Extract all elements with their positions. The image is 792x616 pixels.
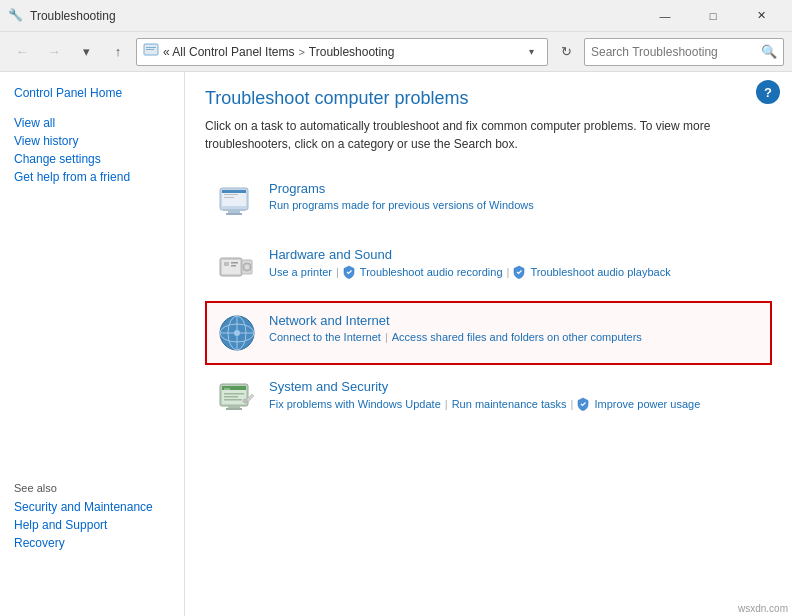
system-windows-update-link[interactable]: Fix problems with Windows Update — [269, 398, 441, 410]
maximize-button[interactable]: □ — [690, 0, 736, 32]
sidebar-help-support[interactable]: Help and Support — [0, 516, 184, 534]
category-system[interactable]: System and Security Fix problems with Wi… — [205, 367, 772, 431]
system-power-link[interactable]: Improve power usage — [594, 398, 700, 410]
search-bar: 🔍 — [584, 38, 784, 66]
svg-rect-13 — [224, 262, 229, 266]
sidebar-security-maintenance[interactable]: Security and Maintenance — [0, 498, 184, 516]
window-icon: 🔧 — [8, 8, 24, 24]
system-maintenance-link[interactable]: Run maintenance tasks — [452, 398, 567, 410]
shield-power-icon — [577, 397, 590, 411]
svg-rect-10 — [224, 197, 234, 198]
svg-rect-6 — [223, 209, 245, 211]
hardware-links: Use a printer | Troubleshoot audio recor… — [269, 265, 760, 279]
programs-links: Run programs made for previous versions … — [269, 199, 760, 211]
svg-rect-1 — [146, 47, 156, 48]
main-container: Control Panel Home View all View history… — [0, 72, 792, 616]
hardware-info: Hardware and Sound Use a printer | Troub… — [269, 247, 760, 279]
sidebar-view-all[interactable]: View all — [0, 114, 184, 132]
title-bar-controls: — □ ✕ — [642, 0, 784, 32]
address-bar[interactable]: « All Control Panel Items > Troubleshoot… — [136, 38, 548, 66]
sidebar-change-settings[interactable]: Change settings — [0, 150, 184, 168]
network-icon — [217, 313, 257, 353]
hardware-icon — [217, 247, 257, 287]
search-input[interactable] — [585, 45, 755, 59]
sidebar-get-help[interactable]: Get help from a friend — [0, 168, 184, 186]
hardware-audio-playback-link[interactable]: Troubleshoot audio playback — [530, 266, 670, 278]
address-icon — [143, 42, 159, 61]
sidebar-view-history[interactable]: View history — [0, 132, 184, 150]
minimize-button[interactable]: — — [642, 0, 688, 32]
page-description: Click on a task to automatically trouble… — [205, 117, 772, 153]
category-hardware[interactable]: Hardware and Sound Use a printer | Troub… — [205, 235, 772, 299]
svg-rect-8 — [226, 213, 242, 215]
search-icon[interactable]: 🔍 — [755, 39, 783, 65]
page-title: Troubleshoot computer problems — [205, 88, 772, 109]
hardware-audio-recording-link[interactable]: Troubleshoot audio recording — [360, 266, 503, 278]
network-info: Network and Internet Connect to the Inte… — [269, 313, 760, 343]
nav-bar: ← → ▾ ↑ « All Control Panel Items > Trou… — [0, 32, 792, 72]
breadcrumb-separator: > — [298, 46, 304, 58]
recent-pages-button[interactable]: ▾ — [72, 38, 100, 66]
category-network[interactable]: Network and Internet Connect to the Inte… — [205, 301, 772, 365]
system-info: System and Security Fix problems with Wi… — [269, 379, 760, 411]
svg-rect-15 — [231, 265, 236, 267]
network-connect-link[interactable]: Connect to the Internet — [269, 331, 381, 343]
sidebar: Control Panel Home View all View history… — [0, 72, 185, 616]
network-links: Connect to the Internet | Access shared … — [269, 331, 760, 343]
see-also-title: See also — [0, 466, 184, 498]
sidebar-recovery[interactable]: Recovery — [0, 534, 184, 552]
close-button[interactable]: ✕ — [738, 0, 784, 32]
svg-rect-29 — [224, 393, 244, 395]
help-button[interactable]: ? — [756, 80, 780, 104]
svg-rect-7 — [228, 211, 240, 213]
hardware-printer-link[interactable]: Use a printer — [269, 266, 332, 278]
system-name[interactable]: System and Security — [269, 379, 760, 394]
programs-run-link[interactable]: Run programs made for previous versions … — [269, 199, 534, 211]
svg-point-34 — [243, 399, 247, 403]
category-programs[interactable]: Programs Run programs made for previous … — [205, 169, 772, 233]
back-button[interactable]: ← — [8, 38, 36, 66]
programs-icon — [217, 181, 257, 221]
content-area: ? Troubleshoot computer problems Click o… — [185, 72, 792, 616]
svg-point-24 — [234, 330, 240, 336]
svg-rect-31 — [224, 399, 242, 401]
address-dropdown-button[interactable]: ▾ — [521, 39, 541, 65]
title-bar-left: 🔧 Troubleshooting — [8, 8, 116, 24]
svg-rect-33 — [226, 408, 242, 410]
programs-info: Programs Run programs made for previous … — [269, 181, 760, 211]
svg-point-18 — [245, 265, 249, 269]
window-title: Troubleshooting — [30, 9, 116, 23]
svg-rect-5 — [222, 190, 246, 193]
network-shared-files-link[interactable]: Access shared files and folders on other… — [392, 331, 642, 343]
svg-rect-30 — [224, 396, 238, 398]
shield-audio-playback-icon — [513, 265, 526, 279]
watermark: wsxdn.com — [738, 603, 788, 614]
programs-name[interactable]: Programs — [269, 181, 760, 196]
up-button[interactable]: ↑ — [104, 38, 132, 66]
svg-rect-2 — [146, 49, 154, 50]
system-links: Fix problems with Windows Update | Run m… — [269, 397, 760, 411]
refresh-button[interactable]: ↻ — [552, 38, 580, 66]
breadcrumb-prefix: « All Control Panel Items — [163, 45, 294, 59]
svg-rect-9 — [224, 194, 238, 195]
hardware-name[interactable]: Hardware and Sound — [269, 247, 760, 262]
svg-rect-14 — [231, 262, 238, 264]
svg-rect-28 — [224, 388, 230, 390]
sidebar-control-panel-home[interactable]: Control Panel Home — [0, 84, 184, 102]
title-bar: 🔧 Troubleshooting — □ ✕ — [0, 0, 792, 32]
breadcrumb-current: Troubleshooting — [309, 45, 395, 59]
forward-button[interactable]: → — [40, 38, 68, 66]
breadcrumb: « All Control Panel Items > Troubleshoot… — [163, 45, 517, 59]
network-name[interactable]: Network and Internet — [269, 313, 760, 328]
shield-audio-recording-icon — [343, 265, 356, 279]
svg-rect-32 — [228, 406, 240, 408]
system-icon — [217, 379, 257, 419]
